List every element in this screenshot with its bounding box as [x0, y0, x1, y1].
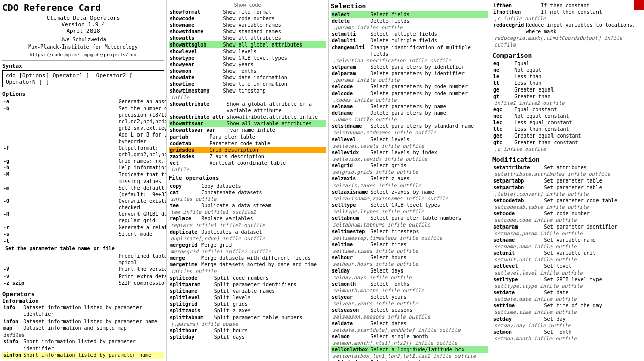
op-row: showformatShow file format	[169, 9, 326, 15]
sel-op-row: selltype,ltypes infile outfile	[331, 208, 488, 215]
op-row: showlevelShow levels	[169, 48, 326, 55]
info-op-row: infiles	[2, 332, 164, 339]
sel-op-row: selltypeSelect GRIB level types	[331, 202, 488, 208]
sel-op-row: selstdname,stdnames infile outfile	[331, 129, 488, 136]
options-row: -VPrint the version number	[2, 266, 167, 273]
op-row: showdateShow date information	[169, 74, 326, 81]
options-row: -rGenerate a relative time axis	[2, 224, 167, 231]
right-op-row: setdate,date infile outfile	[492, 296, 642, 302]
sel-op-row: seldate,startdate[,enddate] infile outfi…	[331, 327, 488, 333]
info-op-row: mapDataset information and simple map	[2, 325, 164, 332]
right-op-row: setltypeSet GRIB level type	[492, 276, 642, 283]
column-3: Selection selectSelect fieldsdeleteDelet…	[329, 0, 490, 361]
sel-op-row: deleteDelete fields	[331, 18, 488, 24]
sel-op-row: ,codes infile outfile	[331, 97, 488, 103]
op-row: replaceReplace variables	[169, 215, 326, 222]
right-op-row: setunit,unit infile outfile	[492, 256, 642, 263]
options-row: -hHelp information for the operators	[2, 164, 167, 171]
sel-op-row: seldaySelect days	[331, 267, 488, 274]
sel-op-row: seltabnum,tabnums infile outfile	[331, 221, 488, 228]
sel-op-row: seltimeSelect times	[331, 241, 488, 248]
sel-op-row: selmonSelect single month	[331, 333, 488, 340]
comparison-title: Comparison	[492, 52, 642, 59]
right-op-row: setltype,ltype infile outfile	[492, 283, 642, 289]
sel-op-row: selmultiSelect multiple fields	[331, 31, 488, 37]
sel-op-row: selhourSelect hours	[331, 254, 488, 261]
sel-op-row: seltimestepSelect timesteps	[331, 228, 488, 235]
op-row: showattsShow all attributes	[169, 35, 326, 41]
right-op-row: reducegrid,mask[,limitCoordsOutput] infi…	[492, 35, 642, 48]
sel-op-row: selectSelect fields	[331, 11, 488, 18]
right-op-row: setmonSet month	[492, 329, 642, 335]
operators-info-table: infoDataset information listed by parame…	[2, 304, 164, 359]
options-row: -t Set the parameter table name or file	[2, 238, 167, 253]
param-ops-table: partabParameter tablecodetabParameter co…	[169, 133, 326, 173]
sel-op-row: selyearSelect years	[331, 294, 488, 300]
op-row: duplicateDuplicates a dataset	[169, 229, 326, 235]
right-op-row: setattribute,attributes infile outfile	[492, 171, 642, 177]
comparison-ops-table: eqEqualneNot equalleLess thanltLess than…	[492, 60, 642, 152]
right-op-row: setpartabpSet parameter table	[492, 177, 642, 184]
column-1: CDO Reference Card Climate Data Operator…	[0, 0, 167, 361]
sel-op-row: delparamDelete parameters by identifier	[331, 70, 488, 77]
sel-ops-table: selectSelect fieldsdeleteDelete fields,p…	[331, 11, 488, 361]
options-row: -OOverwrite existing output file, if che…	[2, 198, 167, 211]
options-row: -g Grid names: rx, nclN, gme	[2, 158, 167, 165]
right-op-row: setcodetab,table infile outfile	[492, 204, 642, 210]
sel-title: Selection	[331, 2, 488, 10]
file-ops-table: copyCopy datasetscatConcatenate datasets…	[169, 183, 326, 275]
options-row: -aGenerate an absolute time axis	[2, 98, 167, 105]
sel-op-row: sellonlatboxSelect a longitude/latitude …	[331, 346, 488, 353]
sel-op-row: changemultiChange identification of mult…	[331, 44, 488, 57]
options-row: -b Set the number of bits for the output…	[2, 105, 167, 131]
op-row: splitzaxisSplit z-axes	[169, 307, 326, 314]
information-title: Information	[2, 298, 164, 304]
right-op-row: eqcEqual constant	[492, 106, 642, 113]
sel-op-row: selday,days infile outfile	[331, 274, 488, 281]
op-row: vctVertical coordinate table	[169, 160, 326, 166]
right-op-row: setparamSet parameter identifier	[492, 223, 642, 230]
options-row: Predefined tables: echam4 echam5 mpiom1	[2, 253, 167, 266]
modification-title: Modification	[492, 156, 642, 163]
right-op-row: ifthenIf then constant	[492, 2, 642, 9]
options-row: -MIndicate that the I/O streams have mis…	[2, 171, 167, 185]
right-op-row: setcodeSet code number	[492, 210, 642, 217]
op-row: showcodeShow code numbers	[169, 15, 326, 22]
info-op-row: infonDataset information listed by param…	[2, 318, 164, 325]
options-row: -z szipSZIP compression of GRIB1 records	[2, 280, 167, 287]
right-op-row: infile1 infile2 outfile	[492, 100, 642, 106]
sel-op-row: delcodeDelete parameters by code number	[331, 90, 488, 97]
right-op-row: setnameSet variable name	[492, 237, 642, 243]
right-op-row: setname,name infile outfile	[492, 243, 642, 250]
op-row: mergeMerge datasets with different field…	[169, 255, 326, 261]
options-row: -RConvert GRIB1 data from reduced to reg…	[2, 211, 167, 224]
sel-op-row: selparamSelect parameters by identifier	[331, 64, 488, 70]
info-op-row: infoDataset information listed by parame…	[2, 304, 164, 318]
sel-op-row: selmonth,months infile outfile	[331, 287, 488, 294]
syntax-title: Syntax	[2, 63, 164, 69]
info-op-row: sinfoShort information listed by paramet…	[2, 338, 164, 352]
op-row: splitparamSplit parameter identifiers	[169, 281, 326, 288]
sel-op-row: selzaxisname,zaxisnames infile outfile	[331, 195, 488, 202]
sel-op-row: selcodeSelect parameters by code number	[331, 83, 488, 90]
op-row: gridsdesGrid description	[169, 147, 326, 153]
right-op-row: necNot equal constant	[492, 113, 642, 119]
right-op-row: setpartabnSet parameter table	[492, 184, 642, 191]
op-row: showattribute_attrshowattribute,attribut…	[169, 114, 326, 120]
right-op-row: ltcLess than constant	[492, 126, 642, 132]
op-row: splitnameSplit variable names	[169, 288, 326, 294]
right-op-row: setmon,month infile outfile	[492, 335, 642, 342]
ifthen-ops-table: ifthenIf then constantifnotthenIf not th…	[492, 2, 642, 22]
op-row: mergegrid infile1 infile2 outfile	[169, 248, 326, 255]
right-op-row: setcodetabSet parameter code table	[492, 197, 642, 204]
right-op-row: setcode,code infile outfile	[492, 217, 642, 223]
right-op-row: settime,time infile outfile	[492, 309, 642, 315]
op-row: showtimestampShow timestamp	[169, 87, 326, 94]
sel-op-row: selseasonSelect seasons	[331, 307, 488, 313]
sel-op-row: selyear,years infile outfile	[331, 300, 488, 307]
op-row: showattributeShow a global attribute or …	[169, 101, 326, 114]
right-op-row: setlevelSet level	[492, 263, 642, 269]
url: https://code.mpimet.mpg.de/projects/cdo	[2, 52, 164, 57]
op-row: teeDuplicate a data stream	[169, 202, 326, 209]
sel-op-row: ,selection-specification infile outfile	[331, 57, 488, 64]
